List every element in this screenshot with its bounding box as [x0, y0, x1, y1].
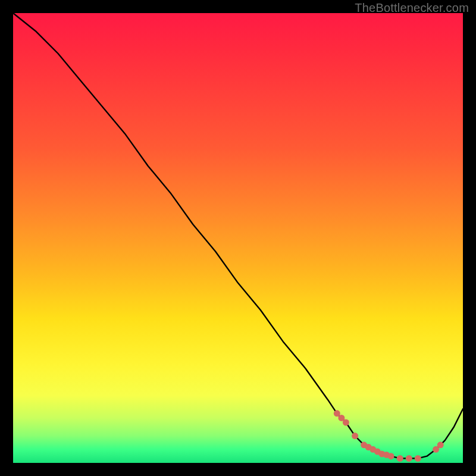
- chart-frame: TheBottlenecker.com: [0, 0, 476, 476]
- curve-line: [13, 13, 463, 458]
- curve-marker: [352, 433, 358, 439]
- attribution-text: TheBottlenecker.com: [355, 1, 469, 15]
- curve-marker: [437, 441, 444, 448]
- curve-marker: [397, 455, 403, 462]
- plot-area: [13, 13, 463, 463]
- curve-marker: [406, 455, 412, 462]
- curve-marker: [415, 455, 421, 462]
- curve-markers: [334, 410, 444, 462]
- bottleneck-curve: [13, 13, 463, 463]
- curve-marker: [388, 453, 394, 459]
- curve-marker: [343, 419, 349, 426]
